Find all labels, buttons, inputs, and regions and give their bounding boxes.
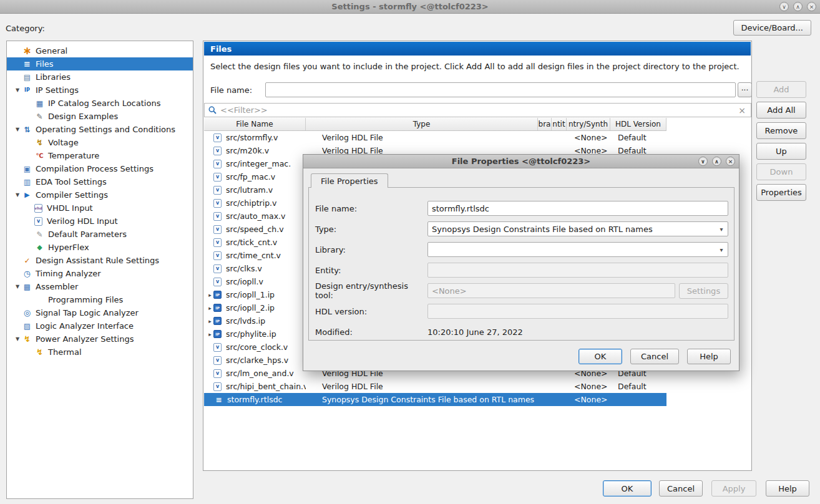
- sidebar-item-thermal[interactable]: ↯Thermal: [7, 346, 193, 359]
- sidebar-item-default-parameters[interactable]: ✎Default Parameters: [7, 228, 193, 241]
- filter-input[interactable]: [220, 105, 737, 115]
- table-row[interactable]: vsrc/stormfly.vVerilog HDL File<None>Def…: [204, 131, 666, 144]
- maximize-button[interactable]: ∧: [793, 2, 803, 11]
- sidebar-item-verilog-hdl-input[interactable]: vVerilog HDL Input: [7, 215, 193, 228]
- hdl-cell: Default: [610, 380, 666, 393]
- column-header-ntry-synth[interactable]: ntry/Synth: [567, 118, 610, 130]
- down-button[interactable]: Down: [756, 163, 806, 180]
- general-icon: ∗: [22, 46, 32, 56]
- sidebar-item-temperature[interactable]: ℃Temperature: [7, 149, 193, 162]
- sidebar-item-design-assistant-rule-settings[interactable]: ✓Design Assistant Rule Settings: [7, 254, 193, 267]
- sidebar-item-compiler-settings[interactable]: ▼▶Compiler Settings: [7, 188, 193, 201]
- library-cell: [538, 380, 552, 393]
- file-name-cell: vsrc/time_cnt.v: [204, 249, 306, 262]
- tree-expand-arrow[interactable]: ▼: [13, 87, 22, 93]
- column-header-file-name[interactable]: File Name: [204, 118, 306, 130]
- sidebar-item-label: IP Settings: [36, 85, 79, 95]
- row-expand-arrow[interactable]: ▸: [207, 318, 213, 324]
- table-row[interactable]: vsrc/hipi_bent_chain.vVerilog HDL File<N…: [204, 380, 666, 393]
- sidebar-item-general[interactable]: ∗General: [7, 44, 193, 57]
- sidebar-item-hyperflex[interactable]: ◆HyperFlex: [7, 241, 193, 254]
- up-button[interactable]: Up: [756, 143, 806, 160]
- column-header-bra[interactable]: bra: [538, 118, 552, 130]
- verilog-file-icon: v: [213, 356, 222, 365]
- sidebar-item-programming-files[interactable]: Programming Files: [7, 293, 193, 306]
- chevron-down-icon: ▾: [716, 246, 726, 253]
- sidebar-item-power-analyzer-settings[interactable]: ▼↯Power Analyzer Settings: [7, 332, 193, 346]
- add-button[interactable]: Add: [756, 81, 806, 98]
- sidebar-item-label: Design Examples: [48, 112, 118, 121]
- close-icon: ×: [809, 3, 814, 11]
- tree-expand-arrow[interactable]: ▼: [13, 192, 22, 198]
- dialog-ok-button[interactable]: OK: [578, 349, 622, 364]
- sidebar-item-design-examples[interactable]: ✎Design Examples: [7, 110, 193, 123]
- file-name-cell: vsrc/lm_one_and.v: [204, 367, 306, 380]
- add-all-button[interactable]: Add All: [756, 102, 806, 119]
- sidebar-item-signal-tap-logic-analyzer[interactable]: ◎Signal Tap Logic Analyzer: [7, 306, 193, 319]
- close-button[interactable]: ×: [807, 2, 816, 11]
- sidebar-item-libraries[interactable]: ▤Libraries: [7, 70, 193, 84]
- tree-expand-arrow[interactable]: ▼: [13, 127, 22, 132]
- cancel-button[interactable]: Cancel: [659, 480, 703, 497]
- sidebar-item-label: General: [36, 46, 67, 56]
- filter-box: ×: [204, 103, 751, 117]
- dialog-file-name-input[interactable]: [427, 201, 728, 216]
- column-header-type[interactable]: Type: [306, 118, 538, 130]
- tree-expand-arrow[interactable]: ▼: [13, 284, 22, 289]
- file-name-cell: ▸IPsrc/lvds.ip: [204, 314, 306, 327]
- ip-file-icon: IP: [213, 304, 222, 312]
- sidebar-item-ip-catalog-search-locations[interactable]: ▦IP Catalog Search Locations: [7, 97, 193, 110]
- sidebar-item-ip-settings[interactable]: ▼IPIP Settings: [7, 84, 193, 97]
- column-header-hdl-version[interactable]: HDL Version: [610, 118, 666, 130]
- help-button[interactable]: Help: [766, 480, 809, 497]
- dialog-minimize-button[interactable]: ∨: [698, 157, 708, 166]
- sidebar-item-eda-tool-settings[interactable]: ▥EDA Tool Settings: [7, 175, 193, 188]
- minimize-button[interactable]: ∨: [779, 2, 789, 11]
- sidebar-item-operating-settings-and-conditions[interactable]: ▼⇅Operating Settings and Conditions: [7, 123, 193, 136]
- file-name-input[interactable]: [265, 82, 736, 97]
- sidebar-item-timing-analyzer[interactable]: ◷Timing Analyzer: [7, 267, 193, 280]
- type-dropdown[interactable]: Synopsys Design Constraints File based o…: [427, 221, 728, 236]
- clear-filter-icon[interactable]: ×: [737, 105, 747, 115]
- settings-button[interactable]: Settings: [679, 283, 728, 299]
- row-expand-arrow[interactable]: ▸: [207, 292, 213, 298]
- vhdl-icon: vhd: [34, 204, 42, 213]
- table-row[interactable]: ≡stormfly.rtlsdcSynopsys Design Constrai…: [204, 393, 666, 406]
- dialog-help-button[interactable]: Help: [687, 349, 731, 364]
- sidebar-item-voltage[interactable]: ↯Voltage: [7, 136, 193, 149]
- properties-button[interactable]: Properties: [756, 184, 806, 201]
- sidebar-item-label: Temperature: [48, 151, 99, 160]
- device-board-button[interactable]: Device/Board...: [733, 20, 811, 36]
- ok-button[interactable]: OK: [603, 480, 652, 497]
- row-expand-arrow[interactable]: ▸: [207, 305, 213, 311]
- verilog-file-icon: v: [213, 278, 222, 286]
- remove-button[interactable]: Remove: [756, 122, 806, 139]
- category-label: Category:: [6, 24, 45, 33]
- row-expand-arrow[interactable]: ▸: [207, 331, 213, 337]
- sidebar-item-logic-analyzer-interface[interactable]: ▨Logic Analyzer Interface: [7, 319, 193, 332]
- hdl-version-input: [427, 304, 728, 319]
- dialog-maximize-button[interactable]: ∧: [712, 157, 721, 166]
- file-name-cell: vsrc/auto_max.v: [204, 210, 306, 223]
- sidebar-item-label: Programming Files: [48, 295, 123, 304]
- window-title: Settings - stormfly <@ttolcf0223>: [331, 2, 488, 11]
- file-name-cell: vsrc/hipi_bent_chain.v: [204, 380, 306, 393]
- sidebar-item-vhdl-input[interactable]: vhdVHDL Input: [7, 201, 193, 215]
- column-header-ntit[interactable]: ntit: [552, 118, 567, 130]
- library-dropdown[interactable]: ▾: [427, 242, 728, 257]
- tab-file-properties[interactable]: File Properties: [311, 173, 388, 188]
- sidebar-item-assembler[interactable]: ▼▩Assembler: [7, 280, 193, 293]
- sdc-file-icon: ≡: [213, 395, 224, 405]
- ip-settings-icon: IP: [22, 85, 32, 95]
- tree-expand-arrow[interactable]: ▼: [13, 336, 22, 342]
- dialog-cancel-button[interactable]: Cancel: [630, 349, 679, 364]
- sidebar-item-compilation-process-settings[interactable]: ▣Compilation Process Settings: [7, 162, 193, 175]
- browse-button[interactable]: ...: [738, 82, 752, 97]
- window-titlebar: Settings - stormfly <@ttolcf0223> ∨ ∧ ×: [0, 0, 820, 14]
- apply-button[interactable]: Apply: [711, 480, 756, 497]
- file-name-cell: vsrc/integer_mac.: [204, 157, 306, 170]
- dialog-close-button[interactable]: ×: [726, 157, 735, 166]
- sidebar-item-files[interactable]: ≡Files: [7, 57, 193, 70]
- window-controls: ∨ ∧ ×: [779, 2, 816, 11]
- entity-cell: [552, 131, 567, 144]
